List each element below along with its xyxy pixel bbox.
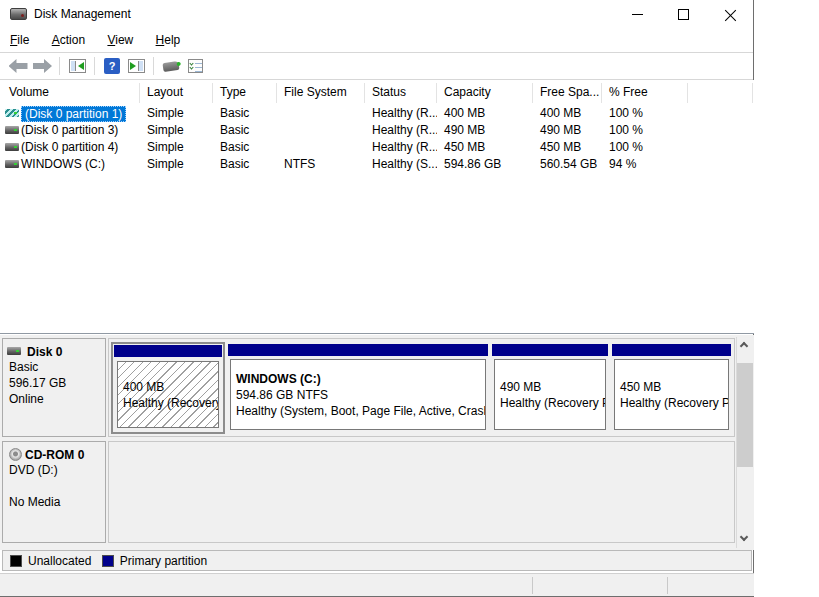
volume-row-windows-c[interactable]: WINDOWS (C:) Simple Basic NTFS Healthy (… xyxy=(0,156,754,173)
volume-list-pane: Volume Layout Type File System Status Ca… xyxy=(0,80,754,334)
cell-file-system xyxy=(277,139,365,156)
legend-label: Primary partition xyxy=(120,554,207,568)
cdrom-name: CD-ROM 0 xyxy=(9,448,101,462)
minimize-button[interactable] xyxy=(615,0,661,29)
primary-partition-bar xyxy=(612,344,731,356)
disk-management-window: Disk Management File Action View Help ? xyxy=(0,0,754,597)
column-header-pct-free[interactable]: % Free xyxy=(602,83,688,103)
volume-name: WINDOWS (C:) xyxy=(21,156,105,173)
menu-help[interactable]: Help xyxy=(147,29,190,52)
desktop-canvas: Disk Management File Action View Help ? xyxy=(0,0,819,597)
primary-partition-bar xyxy=(114,345,222,357)
volume-name: (Disk 0 partition 4) xyxy=(21,139,118,156)
cdrom-label: CD-ROM 0 xyxy=(25,448,84,462)
column-header-type[interactable]: Type xyxy=(213,83,277,103)
chevron-down-icon xyxy=(740,533,748,541)
legend-item-primary-partition: Primary partition xyxy=(102,551,207,570)
volume-icon xyxy=(5,143,19,151)
column-header-free-space[interactable]: Free Spa... xyxy=(533,83,602,103)
cell-type: Basic xyxy=(213,122,277,139)
column-header-volume[interactable]: Volume xyxy=(2,83,140,103)
primary-partition-color-swatch xyxy=(102,555,114,567)
window-title: Disk Management xyxy=(34,7,131,21)
maximize-icon xyxy=(678,9,689,20)
cdrom-graph-cell[interactable] xyxy=(108,441,735,543)
volume-icon xyxy=(5,126,19,134)
cdrom-media-status: No Media xyxy=(9,494,101,510)
minimize-icon xyxy=(632,14,643,15)
action-pane-icon xyxy=(128,59,145,73)
cd-rom-icon xyxy=(9,448,22,461)
cell-capacity: 490 MB xyxy=(437,122,533,139)
show-action-pane-button[interactable] xyxy=(124,55,148,77)
cell-type: Basic xyxy=(213,139,277,156)
vertical-scrollbar[interactable] xyxy=(736,337,752,548)
disk0-size: 596.17 GB xyxy=(9,375,101,391)
menu-file[interactable]: File xyxy=(1,29,38,52)
legend-label: Unallocated xyxy=(28,554,91,568)
cell-pct-free: 100 % xyxy=(602,122,688,139)
scroll-up-button[interactable] xyxy=(737,337,753,354)
partition-block-recovery-400mb[interactable]: 400 MB Healthy (Recovery P xyxy=(111,342,225,434)
toolbar: ? xyxy=(0,53,753,80)
help-button[interactable]: ? xyxy=(100,55,124,77)
cell-pct-free: 94 % xyxy=(602,156,688,173)
cell-free-space: 560.54 GB xyxy=(533,156,602,173)
primary-partition-bar xyxy=(492,344,608,356)
cell-capacity: 450 MB xyxy=(437,139,533,156)
menu-view[interactable]: View xyxy=(98,29,142,52)
toolbar-separator xyxy=(153,57,154,75)
cell-type: Basic xyxy=(213,105,277,122)
column-header-layout[interactable]: Layout xyxy=(140,83,213,103)
unallocated-color-swatch xyxy=(10,555,22,567)
scrollbar-thumb[interactable] xyxy=(737,363,753,467)
show-console-tree-button[interactable] xyxy=(65,55,89,77)
title-bar[interactable]: Disk Management xyxy=(0,0,753,29)
column-header-filler xyxy=(688,83,753,103)
volume-row-disk0-partition4[interactable]: (Disk 0 partition 4) Simple Basic Health… xyxy=(0,139,754,156)
status-bar xyxy=(0,573,754,596)
cell-capacity: 594.86 GB xyxy=(437,156,533,173)
maximize-button[interactable] xyxy=(661,0,707,29)
partition-size: 400 MB xyxy=(123,379,218,395)
forward-button[interactable] xyxy=(30,55,54,77)
partition-block-recovery-450mb[interactable]: 450 MB Healthy (Recovery P xyxy=(612,344,731,432)
volume-row-disk0-partition1[interactable]: (Disk 0 partition 1) Simple Basic Health… xyxy=(0,105,754,122)
rescan-disks-button[interactable] xyxy=(159,55,183,77)
disk0-info-cell[interactable]: Disk 0 Basic 596.17 GB Online xyxy=(2,338,106,437)
volume-row-disk0-partition3[interactable]: (Disk 0 partition 3) Simple Basic Health… xyxy=(0,122,754,139)
volume-icon xyxy=(5,160,19,168)
partition-block-recovery-490mb[interactable]: 490 MB Healthy (Recovery P xyxy=(492,344,608,432)
column-header-status[interactable]: Status xyxy=(365,83,437,103)
menu-action[interactable]: Action xyxy=(43,29,94,52)
disk-icon xyxy=(7,347,21,355)
cell-pct-free: 100 % xyxy=(602,139,688,156)
properties-list-button[interactable] xyxy=(183,55,207,77)
close-button[interactable] xyxy=(707,0,753,29)
cell-status: Healthy (R... xyxy=(365,122,437,139)
column-header-capacity[interactable]: Capacity xyxy=(437,83,533,103)
back-icon xyxy=(9,59,28,73)
legend-item-unallocated: Unallocated xyxy=(10,551,91,570)
primary-partition-bar xyxy=(228,344,488,356)
cell-layout: Simple xyxy=(140,122,213,139)
cell-status: Healthy (R... xyxy=(365,139,437,156)
back-button[interactable] xyxy=(6,55,30,77)
disk0-status: Online xyxy=(9,391,101,407)
partition-block-windows-c[interactable]: WINDOWS (C:) 594.86 GB NTFS Healthy (Sys… xyxy=(228,344,488,432)
cell-file-system xyxy=(277,122,365,139)
cell-layout: Simple xyxy=(140,139,213,156)
column-header-file-system[interactable]: File System xyxy=(277,83,365,103)
volume-name: (Disk 0 partition 3) xyxy=(21,122,118,139)
partition-size: 594.86 GB NTFS xyxy=(236,387,485,403)
scroll-down-button[interactable] xyxy=(737,531,753,548)
forward-icon xyxy=(33,59,52,73)
cell-status: Healthy (S... xyxy=(365,156,437,173)
properties-list-icon xyxy=(188,59,203,73)
cell-layout: Simple xyxy=(140,105,213,122)
help-icon: ? xyxy=(104,58,120,74)
legend-bar: Unallocated Primary partition xyxy=(2,550,752,571)
cdrom-info-cell[interactable]: CD-ROM 0 DVD (D:) No Media xyxy=(2,441,106,543)
close-icon xyxy=(724,9,736,21)
graphical-view-pane: Disk 0 Basic 596.17 GB Online 400 MB Hea… xyxy=(0,335,754,550)
